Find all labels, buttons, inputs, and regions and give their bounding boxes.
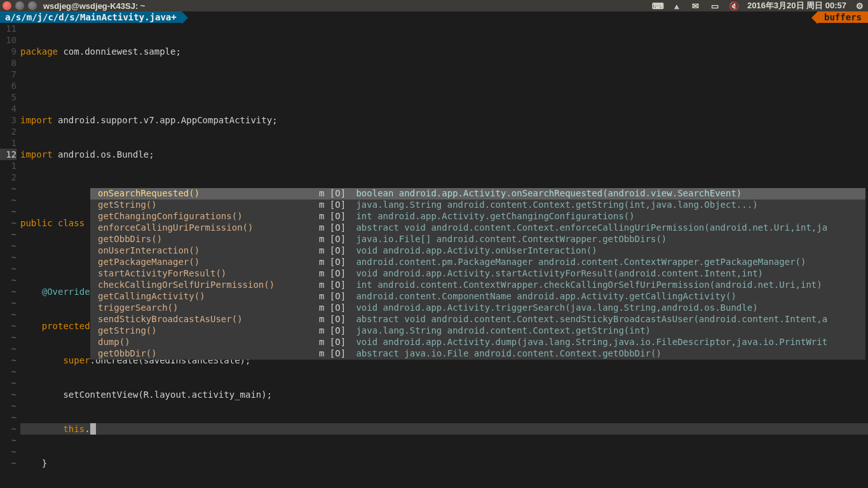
tab-active[interactable]: a/s/m/j/c/d/s/MainActivity.java+ — [0, 11, 182, 23]
minimize-icon[interactable] — [15, 1, 24, 10]
keyboard-icon[interactable]: ⌨ — [652, 1, 663, 11]
cursor — [90, 423, 96, 435]
completion-item[interactable]: enforceCallingUriPermission()m [O] abstr… — [90, 222, 865, 234]
close-icon[interactable] — [3, 1, 11, 10]
completion-item[interactable]: getString()m [O] java.lang.String androi… — [90, 325, 865, 337]
completion-popup[interactable]: onSearchRequested()m [O] boolean android… — [90, 188, 865, 360]
completion-item[interactable]: getCallingActivity()m [O] android.conten… — [90, 291, 865, 302]
completion-item[interactable]: startActivityForResult()m [O] void andro… — [90, 268, 865, 280]
window-controls — [3, 1, 37, 10]
completion-item[interactable]: getPackageManager()m [O] android.content… — [90, 257, 865, 268]
wifi-icon[interactable]: ⟁ — [671, 1, 682, 11]
maximize-icon[interactable] — [28, 1, 37, 10]
battery-icon[interactable]: ▭ — [709, 1, 721, 11]
window-titlebar: wsdjeg@wsdjeg-K43SJ: ~ ⌨ ⟁ ✉ ▭ 🔇 2016年3月… — [0, 0, 868, 11]
completion-item[interactable]: sendStickyBroadcastAsUser()m [O] abstrac… — [90, 314, 865, 325]
tab-bar: a/s/m/j/c/d/s/MainActivity.java+ buffers — [0, 11, 868, 23]
completion-item[interactable]: getObbDir()m [O] abstract java.io.File a… — [90, 348, 865, 360]
completion-item[interactable]: getString()m [O] java.lang.String androi… — [90, 200, 865, 211]
completion-item[interactable]: dump()m [O] void android.app.Activity.du… — [90, 337, 865, 348]
clock-text[interactable]: 2016年3月20日 周日 00:57 — [747, 0, 846, 11]
completion-item[interactable]: checkCallingOrSelfUriPermission()m [O] i… — [90, 280, 865, 291]
buffers-button[interactable]: buffers — [818, 11, 868, 23]
completion-item[interactable]: onSearchRequested()m [O] boolean android… — [90, 188, 865, 200]
line-number-gutter: 11109876543211212 ~~~~~~~~~~~~~~~~~~~~~~… — [0, 23, 20, 488]
gear-icon[interactable]: ⚙ — [854, 1, 865, 11]
system-tray: ⌨ ⟁ ✉ ▭ 🔇 2016年3月20日 周日 00:57 ⚙ — [652, 0, 865, 11]
completion-item[interactable]: getChangingConfigurations()m [O] int and… — [90, 211, 865, 222]
completion-item[interactable]: triggerSearch()m [O] void android.app.Ac… — [90, 302, 865, 314]
completion-item[interactable]: getObbDirs()m [O] java.io.File[] android… — [90, 234, 865, 245]
mail-icon[interactable]: ✉ — [690, 1, 702, 11]
window-title: wsdjeg@wsdjeg-K43SJ: ~ — [43, 1, 652, 11]
completion-item[interactable]: onUserInteraction()m [O] void android.ap… — [90, 245, 865, 257]
volume-icon[interactable]: 🔇 — [728, 1, 740, 11]
